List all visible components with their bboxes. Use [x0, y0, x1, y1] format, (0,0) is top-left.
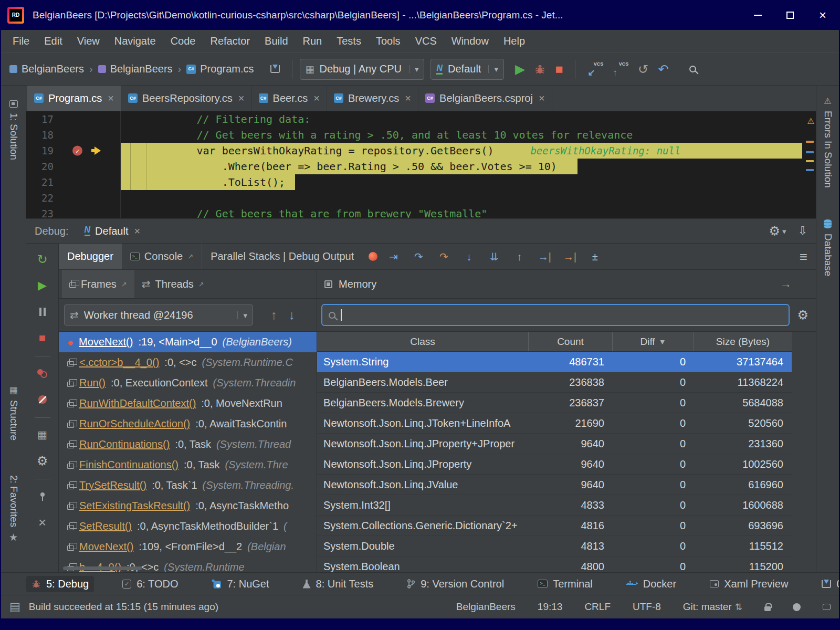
stack-frame[interactable]: TrySetResult():0, Task`1 (System.Threadi… [59, 475, 317, 496]
close-icon[interactable]: × [313, 93, 320, 103]
forward-icon[interactable]: → [780, 278, 792, 290]
close-button[interactable]: × [806, 0, 839, 30]
caret-position[interactable]: 19:13 [538, 601, 563, 613]
evaluate-button[interactable]: ± [582, 251, 607, 262]
menu-vcs[interactable]: VCS [408, 30, 444, 52]
toolwindow-docker[interactable]: Docker [621, 576, 681, 592]
tab-belgianbeers-csproj[interactable]: C#BelgianBeers.csproj× [418, 86, 552, 111]
toolwindow-switcher-icon[interactable]: ▤ [9, 601, 20, 613]
solution-configuration-combo[interactable]: ▦ Debug | Any CPU ▾ [300, 59, 425, 80]
code-line[interactable]: .ToList(); [121, 174, 816, 190]
memory-row[interactable]: System.String486731037137464 [317, 352, 792, 372]
stripe-2-favorites[interactable]: 2: Favorites★ [1, 475, 26, 542]
stop-button[interactable]: ■ [33, 329, 52, 348]
menu-refactor[interactable]: Refactor [203, 30, 257, 52]
memory-row[interactable]: Newtonsoft.Json.Linq.JValue96400616960 [317, 475, 792, 495]
vcs-commit-button[interactable]: VCS↑ [613, 62, 628, 76]
gutter-marks[interactable] [54, 206, 120, 218]
event-log-icon[interactable] [823, 604, 831, 610]
stack-frame[interactable]: ●MoveNext():19, <Main>d__0 (BelgianBeers… [59, 332, 317, 352]
debug-session-tab[interactable]: N Default × [79, 223, 146, 239]
stripe-1-solution[interactable]: 1: Solution [1, 100, 26, 160]
layout-menu-icon[interactable]: ≡ [800, 250, 807, 264]
toolwindow-xaml-preview[interactable]: Xaml Preview [705, 576, 793, 592]
maximize-button[interactable] [774, 0, 806, 30]
inspections-profile-icon[interactable] [793, 603, 801, 611]
menu-help[interactable]: Help [496, 30, 532, 52]
git-branch-widget[interactable]: Git: master ⇅ [683, 601, 742, 613]
column-header-diff[interactable]: Diff▼ [613, 332, 694, 351]
stack-frame[interactable]: RunOrScheduleAction():0, AwaitTaskContin [59, 414, 317, 434]
toolwindow-6-todo[interactable]: ✓6: TODO [117, 576, 183, 592]
resume-button[interactable]: ▶ [33, 276, 52, 295]
stack-frame[interactable]: RunWithDefaultContext():0, MoveNextRun [59, 393, 317, 414]
memory-row[interactable]: Newtonsoft.Json.Linq.JProperty+JProper96… [317, 434, 792, 454]
gutter-marks[interactable] [54, 127, 120, 143]
stack-frame[interactable]: MoveNext():109, <FromFile>d__2 (Belgian [59, 537, 317, 557]
memory-row[interactable]: Newtonsoft.Json.Linq.JProperty9640010025… [317, 454, 792, 475]
code-line[interactable]: var beersWithOkayRating = repository.Get… [121, 143, 816, 159]
tab-threads[interactable]: ⇄Threads↗ [134, 270, 212, 298]
previous-frame-button[interactable]: ↑ [271, 309, 277, 321]
close-icon[interactable]: × [238, 93, 245, 103]
force-step-over-button[interactable]: ↷ [431, 251, 456, 262]
memory-row[interactable]: System.Double48130115512 [317, 536, 792, 556]
toolwindow-7-nuget[interactable]: 7: NuGet [206, 576, 274, 592]
settings-icon[interactable]: ⚙ [769, 225, 781, 237]
step-into-button[interactable]: ↓ [456, 251, 481, 262]
close-icon[interactable]: × [539, 93, 545, 103]
next-frame-button[interactable]: ↓ [289, 309, 295, 321]
close-icon[interactable]: × [108, 93, 114, 103]
step-out-button[interactable]: ↑ [507, 251, 532, 262]
code-line[interactable] [121, 190, 816, 206]
settings-button[interactable]: ⚙ [33, 452, 52, 470]
memory-row[interactable]: BelgianBeers.Models.Beer236838011368224 [317, 372, 792, 393]
toolwindow-8-unit-tests[interactable]: 8: Unit Tests [298, 576, 379, 592]
force-run-to-cursor-button[interactable]: →| [557, 251, 582, 262]
toolwindow-terminal[interactable]: >_Terminal [532, 576, 598, 592]
smart-step-into-button[interactable]: ⇊ [481, 251, 507, 262]
memory-row[interactable]: System.Boolean48000115200 [317, 556, 792, 572]
tab-debugger[interactable]: Debugger [59, 244, 122, 269]
encoding-selector[interactable]: UTF-8 [633, 601, 661, 613]
search-everywhere-button[interactable] [689, 66, 696, 72]
memory-settings-icon[interactable]: ⚙ [797, 309, 808, 321]
stack-frame[interactable]: <.cctor>b__4_0():0, <>c (System.Runtime.… [59, 352, 317, 373]
memory-row[interactable]: BelgianBeers.Models.Brewery2368370568408… [317, 393, 792, 413]
step-over-button[interactable]: ↷ [406, 251, 431, 262]
gutter-marks[interactable] [54, 190, 120, 206]
tab-program-cs[interactable]: C#Program.cs× [27, 86, 121, 111]
breadcrumb-item-belgianbeers[interactable]: BelgianBeers [98, 63, 173, 75]
download-layout-icon[interactable]: ⇩ [798, 225, 807, 237]
code-line[interactable]: // Filtering data: [121, 111, 816, 127]
code-line[interactable]: .Where(beer => beer.Rating > .50 && beer… [121, 159, 816, 174]
memory-search-input[interactable] [321, 304, 790, 326]
toolwindow-5-debug[interactable]: 5: Debug [26, 576, 94, 592]
pause-button[interactable] [33, 302, 52, 321]
code-line[interactable]: // Get beers with a rating > .50, and at… [121, 127, 816, 143]
menu-file[interactable]: File [5, 30, 37, 52]
editor[interactable]: 17 // Filtering data:18 // Get beers wit… [26, 111, 816, 218]
close-session-icon[interactable]: × [134, 226, 140, 236]
undo-button[interactable]: ↶ [658, 63, 668, 76]
stack-frame[interactable]: SetExistingTaskResult():0, AsyncTaskMeth… [59, 496, 317, 516]
line-ending-selector[interactable]: CRLF [584, 601, 611, 613]
close-button[interactable]: × [33, 513, 52, 532]
toolwindow-0-bu[interactable]: 0: Bu [816, 576, 839, 592]
gutter-marks[interactable] [54, 111, 120, 127]
column-header-class[interactable]: Class [317, 332, 529, 351]
stack-frame[interactable]: FinishContinuations():0, Task (System.Th… [59, 455, 317, 475]
menu-navigate[interactable]: Navigate [107, 30, 163, 52]
breadcrumb-item-program-cs[interactable]: C#Program.cs [186, 63, 254, 75]
rerun-button[interactable]: ↻ [33, 250, 52, 269]
vcs-update-button[interactable]: VCS↙ [587, 62, 603, 76]
menu-tools[interactable]: Tools [369, 30, 408, 52]
memory-row[interactable]: System.Int32[]483301600688 [317, 495, 792, 516]
memory-row[interactable]: Newtonsoft.Json.Linq.JToken+LineInfoA216… [317, 413, 792, 434]
tab-frames[interactable]: Frames↗ [62, 270, 134, 298]
menu-build[interactable]: Build [257, 30, 295, 52]
minimize-button[interactable] [741, 0, 774, 30]
editor-error-stripe[interactable]: ⚠ [802, 111, 816, 218]
mute-breakpoints-button[interactable] [33, 390, 52, 409]
stripe-structure[interactable]: ▦Structure [1, 386, 26, 440]
